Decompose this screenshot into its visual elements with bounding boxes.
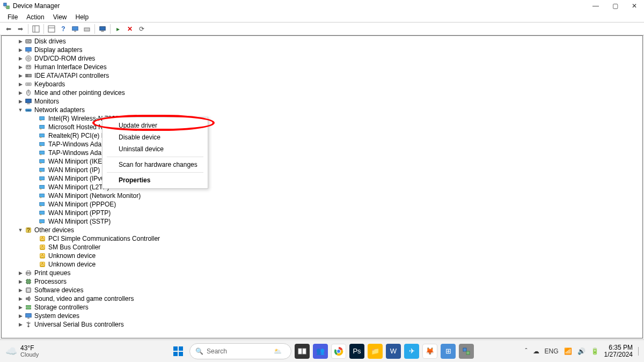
ctx-separator xyxy=(107,157,203,157)
category-other-devices[interactable]: ▼Other devices xyxy=(2,226,642,234)
add-legacy-button[interactable] xyxy=(82,24,92,34)
tray-language[interactable]: ENG xyxy=(545,348,559,355)
device-network-adapter[interactable]: WAN Miniport (L2TP) xyxy=(2,183,642,191)
keyboard-icon xyxy=(24,80,33,88)
tray-overflow[interactable]: ˆ xyxy=(525,348,528,355)
other-icon xyxy=(24,226,33,234)
device-network-adapter[interactable]: WAN Miniport (PPTP) xyxy=(2,209,642,217)
category-sound[interactable]: ▶Sound, video and game controllers xyxy=(2,294,642,303)
enable-button[interactable]: ▸ xyxy=(113,24,123,34)
ctx-disable-device[interactable]: Disable device xyxy=(103,131,208,143)
devmgr-icon xyxy=(2,2,11,10)
netcard-icon xyxy=(38,191,47,200)
tray-battery-icon[interactable]: 🔋 xyxy=(591,348,599,355)
app-photoshop[interactable]: Ps xyxy=(349,344,364,359)
taskbar-search[interactable]: 🔍 Search 🌥️ xyxy=(189,343,291,359)
help-button[interactable]: ? xyxy=(58,24,69,34)
netcard-icon xyxy=(38,123,47,131)
device-network-adapter[interactable]: WAN Miniport (IKEv2) xyxy=(2,157,642,166)
weather-temp: 43°F xyxy=(20,345,39,351)
back-button[interactable]: ⬅ xyxy=(3,24,14,34)
device-network-adapter[interactable]: WAN Miniport (SSTP) xyxy=(2,217,642,226)
category-processors[interactable]: ▶Processors xyxy=(2,277,642,286)
app-devmgr[interactable] xyxy=(459,344,474,359)
category-network-adapters[interactable]: ▼Network adapters xyxy=(2,106,642,114)
category-keyboards[interactable]: ▶Keyboards xyxy=(2,80,642,88)
close-button[interactable]: ✕ xyxy=(625,0,644,12)
app-telegram[interactable]: ✈ xyxy=(404,344,419,359)
node-label: WAN Miniport (SSTP) xyxy=(48,217,111,226)
category-usb[interactable]: ▶Universal Serial Bus controllers xyxy=(2,320,642,329)
device-network-adapter[interactable]: WAN Miniport (IP) xyxy=(2,166,642,174)
category-software-devices[interactable]: ▶Software devices xyxy=(2,286,642,294)
category-print-queues[interactable]: ▶Print queues xyxy=(2,269,642,277)
menu-view[interactable]: View xyxy=(49,12,71,22)
uninstall-button[interactable]: ✕ xyxy=(125,24,135,34)
tray-volume-icon[interactable]: 🔊 xyxy=(577,348,586,355)
search-icon: 🔍 xyxy=(195,348,203,355)
menu-action[interactable]: Action xyxy=(22,12,48,22)
ctx-update-driver[interactable]: Update driver xyxy=(103,120,208,131)
device-tree-panel: ▶Disk drives ▶Display adapters ▶DVD/CD-R… xyxy=(1,35,643,338)
device-tree[interactable]: ▶Disk drives ▶Display adapters ▶DVD/CD-R… xyxy=(2,36,642,330)
node-label: Disk drives xyxy=(34,37,66,46)
forward-button[interactable]: ➡ xyxy=(15,24,26,34)
category-system-devices[interactable]: ▶System devices xyxy=(2,312,642,320)
menu-file[interactable]: File xyxy=(3,12,22,22)
device-other[interactable]: PCI Simple Communications Controller xyxy=(2,234,642,243)
tray-date: 1/27/2024 xyxy=(604,351,633,358)
tray-onedrive-icon[interactable]: ☁ xyxy=(533,348,539,355)
svg-rect-60 xyxy=(33,26,39,32)
ctx-properties[interactable]: Properties xyxy=(103,174,208,186)
netcard-icon xyxy=(38,131,47,140)
device-other[interactable]: Unknown device xyxy=(2,260,642,269)
category-mice[interactable]: ▶Mice and other pointing devices xyxy=(2,88,642,97)
tray-wifi-icon[interactable]: 📶 xyxy=(564,348,572,355)
app-firefox[interactable]: 🦊 xyxy=(422,344,437,359)
node-label: System devices xyxy=(34,312,79,320)
app-teams[interactable]: 👥 xyxy=(313,344,328,359)
device-network-adapter[interactable]: TAP-Windows Adapter V xyxy=(2,140,642,149)
category-dvd[interactable]: ▶DVD/CD-ROM drives xyxy=(2,54,642,63)
scan-changes-button[interactable]: ⟳ xyxy=(136,24,147,34)
netcard-icon xyxy=(38,174,47,183)
category-storage[interactable]: ▶Storage controllers xyxy=(2,303,642,312)
app-explorer[interactable]: 📁 xyxy=(368,344,383,359)
properties-button[interactable] xyxy=(46,24,57,34)
ctx-uninstall-device[interactable]: Uninstall device xyxy=(103,143,208,155)
minimize-button[interactable]: — xyxy=(586,0,605,12)
category-monitors[interactable]: ▶Monitors xyxy=(2,97,642,106)
node-label: Software devices xyxy=(34,286,83,294)
menu-help[interactable]: Help xyxy=(71,12,93,22)
weather-widget[interactable]: ☁️ 43°F Cloudy xyxy=(0,345,70,358)
update-driver-button[interactable] xyxy=(97,24,108,34)
ide-icon xyxy=(24,71,33,80)
device-network-adapter[interactable]: Realtek(R) PCI(e) Ethern xyxy=(2,131,642,140)
ctx-scan-hardware[interactable]: Scan for hardware changes xyxy=(103,159,208,171)
taskview-button[interactable] xyxy=(295,344,310,359)
maximize-button[interactable]: ▢ xyxy=(605,0,625,12)
app-other1[interactable]: ⊞ xyxy=(441,344,456,359)
scan-button[interactable] xyxy=(70,24,80,34)
device-network-adapter[interactable]: WAN Miniport (PPPOE) xyxy=(2,200,642,209)
device-network-adapter[interactable]: WAN Miniport (Network Monitor) xyxy=(2,191,642,200)
separator xyxy=(28,24,28,34)
start-button[interactable] xyxy=(170,343,186,359)
device-other[interactable]: Unknown device xyxy=(2,252,642,260)
device-network-adapter[interactable]: Intel(R) Wireless-N 7260 xyxy=(2,114,642,123)
device-network-adapter[interactable]: TAP-Windows Adapter V xyxy=(2,149,642,157)
category-ide[interactable]: ▶IDE ATA/ATAPI controllers xyxy=(2,71,642,80)
ctx-separator xyxy=(107,172,203,173)
device-network-adapter[interactable]: WAN Miniport (IPv6) xyxy=(2,174,642,183)
category-display-adapters[interactable]: ▶Display adapters xyxy=(2,46,642,54)
app-chrome[interactable] xyxy=(331,344,346,359)
display-icon xyxy=(24,46,33,54)
device-network-adapter[interactable]: Microsoft Hosted Netw xyxy=(2,123,642,131)
node-label: Human Interface Devices xyxy=(34,63,107,71)
show-hide-tree-button[interactable] xyxy=(31,24,41,34)
category-disk-drives[interactable]: ▶Disk drives xyxy=(2,37,642,46)
category-hid[interactable]: ▶Human Interface Devices xyxy=(2,63,642,71)
tray-clock[interactable]: 6:35 PM 1/27/2024 xyxy=(604,344,633,358)
device-other[interactable]: SM Bus Controller xyxy=(2,243,642,252)
app-word[interactable]: W xyxy=(386,344,401,359)
